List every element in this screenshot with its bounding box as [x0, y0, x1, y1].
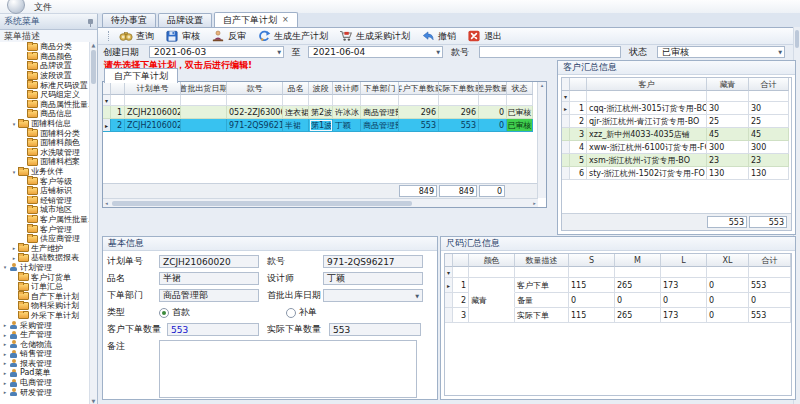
table-row[interactable]: ▸1客户下单1152651730553: [445, 278, 791, 293]
sidebar-item-基础数据报表[interactable]: ▸基础数据报表: [0, 253, 90, 263]
radio-first-order[interactable]: [159, 308, 169, 318]
plan-subtab[interactable]: 自产下单计划: [104, 68, 178, 83]
column-header[interactable]: 波段: [309, 82, 333, 95]
table-row[interactable]: 1ZCJH21060024052-2ZJ63006-1连衣裙第2波许冰冰商品管理…: [103, 106, 538, 119]
column-header[interactable]: 款号: [227, 82, 283, 95]
filter-cell[interactable]: [570, 91, 587, 102]
filter-cell[interactable]: [333, 95, 361, 106]
table-row[interactable]: 3xzz_新中州4033-4035店铺4545: [562, 128, 791, 141]
scroll-down-icon[interactable]: ▼: [90, 398, 97, 404]
filter-cell[interactable]: [453, 267, 469, 278]
filter-cell[interactable]: [399, 95, 439, 106]
column-header[interactable]: [453, 254, 469, 267]
chevron-down-icon[interactable]: ▼: [277, 49, 281, 55]
sidebar-item-尺码组定义[interactable]: 尺码组定义: [0, 90, 90, 100]
collapse-icon[interactable]: ▾: [11, 169, 17, 175]
expand-icon[interactable]: ▸: [2, 370, 8, 376]
collapse-icon[interactable]: ▾: [11, 121, 17, 127]
tab-2[interactable]: 品牌设置: [158, 13, 212, 27]
sidebar-item-面辅料分类[interactable]: 面辅料分类: [0, 128, 90, 138]
expand-icon[interactable]: ▸: [11, 255, 17, 261]
designer-field[interactable]: 丁颖: [323, 272, 423, 285]
expand-icon[interactable]: ▸: [2, 389, 8, 395]
sidebar-item-外采下单计划[interactable]: 外采下单计划: [0, 311, 90, 321]
sidebar-item-面辅料信息[interactable]: ▾面辅料信息: [0, 119, 90, 129]
product-name-field[interactable]: 半裙: [159, 272, 259, 285]
scroll-thumb[interactable]: [112, 201, 412, 206]
expand-icon[interactable]: ▸: [2, 322, 8, 328]
sidebar-item-标准尺码设置[interactable]: 标准尺码设置: [0, 80, 90, 90]
filter-cell[interactable]: [707, 267, 749, 278]
collapse-icon[interactable]: ▾: [2, 264, 8, 270]
toolbar-button-audit[interactable]: 审核: [165, 30, 200, 43]
expand-icon[interactable]: ▸: [11, 245, 17, 251]
filter-cell[interactable]: [111, 95, 125, 106]
column-header[interactable]: S: [569, 254, 615, 267]
filter-cell[interactable]: [615, 267, 661, 278]
sidebar-item-Pad菜单[interactable]: ▸Pad菜单: [0, 368, 90, 378]
toolbar-button-search[interactable]: 查询: [119, 30, 154, 43]
vertical-scrollbar[interactable]: ▴: [537, 82, 546, 198]
chevron-down-icon[interactable]: ▼: [436, 49, 440, 55]
sidebar-item-客户管理[interactable]: 客户管理: [0, 224, 90, 234]
sidebar-item-商品分类[interactable]: 商品分类: [0, 42, 90, 52]
remark-textarea[interactable]: [159, 340, 417, 398]
column-header[interactable]: L: [661, 254, 707, 267]
sidebar-item-物料采购计划[interactable]: 物料采购计划: [0, 301, 90, 311]
sidebar-item-经销管理[interactable]: 经销管理: [0, 196, 90, 206]
status-select[interactable]: 已审核 ▼: [657, 46, 785, 58]
sidebar-scrollbar[interactable]: ▲ ▼: [89, 42, 97, 404]
sidebar-item-仓储物流[interactable]: ▸仓储物流: [0, 339, 90, 349]
column-header[interactable]: XL: [707, 254, 749, 267]
filter-cell[interactable]: [479, 95, 507, 106]
plan-no-field[interactable]: ZCJH21060020: [159, 255, 259, 268]
sidebar-item-研发管理[interactable]: ▸研发管理: [0, 387, 90, 397]
sidebar-item-客户等级[interactable]: 客户等级: [0, 176, 90, 186]
sidebar-item-计划管理[interactable]: ▾计划管理: [0, 263, 90, 273]
close-icon[interactable]: ×: [282, 16, 289, 24]
pin-icon[interactable]: [88, 19, 93, 24]
table-row[interactable]: 6sty-浙江杭州-1502订货专用-FO130130: [562, 167, 791, 180]
column-header[interactable]: [570, 78, 587, 91]
column-header[interactable]: 下单部门: [361, 82, 399, 95]
filter-cell[interactable]: [515, 267, 569, 278]
column-header[interactable]: 颜色: [469, 254, 515, 267]
chevron-down-icon[interactable]: ▼: [778, 49, 782, 55]
sidebar-item-订单汇总[interactable]: 订单汇总: [0, 282, 90, 292]
sidebar-item-商品颜色[interactable]: 商品颜色: [0, 52, 90, 62]
sidebar-item-生产维护[interactable]: ▸生产维护: [0, 243, 90, 253]
filter-cell[interactable]: [749, 91, 789, 102]
column-header[interactable]: [111, 82, 125, 95]
column-header[interactable]: 藏青: [707, 78, 749, 91]
radio-replenish-order[interactable]: [286, 308, 296, 318]
scroll-thumb[interactable]: [91, 50, 96, 84]
expand-icon[interactable]: ▸: [2, 360, 8, 366]
column-header[interactable]: 设计师: [333, 82, 361, 95]
filter-cell[interactable]: [569, 267, 615, 278]
sidebar-item-波段设置[interactable]: 波段设置: [0, 71, 90, 81]
column-header[interactable]: 客户下单数量: [399, 82, 439, 95]
table-row[interactable]: ▸1cqq-浙江杭州-3015订货专用-BO3030: [562, 102, 791, 115]
toolbar-button-undo[interactable]: 撤销: [421, 30, 456, 43]
filter-cell[interactable]: [469, 267, 515, 278]
tab-3[interactable]: 自产下单计划×: [214, 12, 298, 27]
sidebar-item-业务伙伴[interactable]: ▾业务伙伴: [0, 167, 90, 177]
table-row[interactable]: 3实际下单1152651730553: [445, 308, 791, 323]
scroll-left-icon[interactable]: ◂: [103, 200, 110, 206]
style-no-input[interactable]: [479, 46, 621, 58]
sidebar-item-报表管理[interactable]: ▸报表管理: [0, 359, 90, 369]
sidebar-item-供应商管理[interactable]: 供应商管理: [0, 234, 90, 244]
column-header[interactable]: 差异数量: [479, 82, 507, 95]
column-header[interactable]: 状态: [507, 82, 533, 95]
horizontal-scrollbar[interactable]: ◂ ▸: [103, 198, 538, 207]
table-row[interactable]: 2qjr-浙江杭州-青江订货专用-BO2525: [562, 115, 791, 128]
chevron-down-icon[interactable]: ▼: [415, 293, 419, 299]
expand-icon[interactable]: ▸: [2, 351, 8, 357]
actual-qty-field[interactable]: 553: [329, 323, 421, 336]
scroll-right-icon[interactable]: ▸: [531, 200, 538, 206]
file-menu[interactable]: 文件: [34, 1, 52, 14]
column-header[interactable]: 合计: [749, 78, 789, 91]
expand-icon[interactable]: ▸: [2, 380, 8, 386]
filter-cell[interactable]: [587, 91, 707, 102]
sidebar-item-客户属性批量...[interactable]: 客户属性批量...: [0, 215, 90, 225]
